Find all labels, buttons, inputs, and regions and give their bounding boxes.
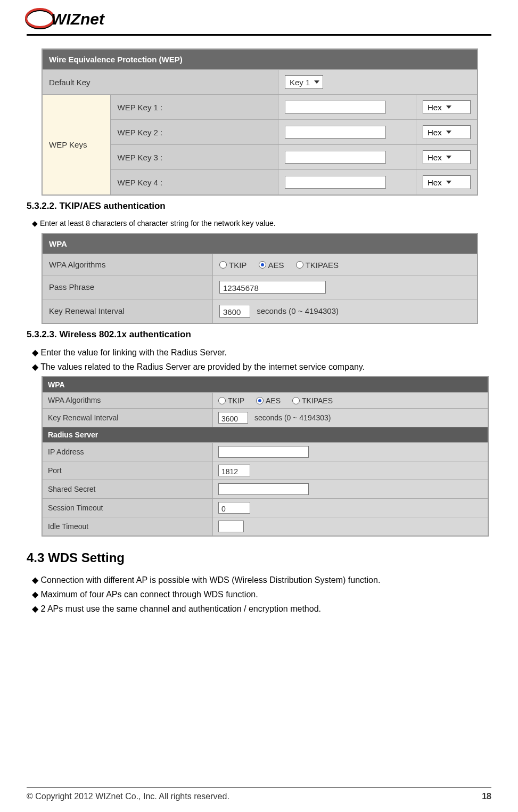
wepkey-4-label: WEP Key 4 : xyxy=(111,170,278,195)
radius-port-label: Port xyxy=(43,461,213,480)
svg-text:WIZnet: WIZnet xyxy=(51,10,105,28)
wpa1-pass-value: 12345678 xyxy=(223,283,259,293)
wpa1-title: WPA xyxy=(43,234,478,254)
radius-idle-label: Idle Timeout xyxy=(43,517,213,535)
heading-5322: 5.3.2.2. TKIP/AES authentication xyxy=(27,201,491,212)
radio-aes-label: AES xyxy=(268,261,284,270)
wpa1-algo-label: WPA Algorithms xyxy=(43,254,213,275)
wpa1-renewal-suffix: seconds (0 ~ 4194303) xyxy=(257,306,339,315)
radio2-tkip[interactable] xyxy=(218,397,226,404)
chevron-down-icon xyxy=(446,181,451,184)
default-key-label: Default Key xyxy=(43,70,278,95)
wpa2-algo-value: TKIP AES TKIPAES xyxy=(213,392,488,408)
wepkey-4-format-select[interactable]: Hex xyxy=(423,175,471,189)
radius-idle-input[interactable] xyxy=(218,521,244,532)
wepkey-4-format: Hex xyxy=(427,178,442,187)
wpa2-algo-label: WPA Algorithms xyxy=(43,392,213,408)
wepkey-2-label: WEP Key 2 : xyxy=(111,120,278,145)
default-key-value: Key 1 xyxy=(290,78,310,87)
bullet-43-2: ◆ Maximum of four APs can connect throug… xyxy=(32,589,491,599)
radius-title: Radius Server xyxy=(43,427,488,442)
footer-copyright: © Copyright 2012 WIZnet Co., Inc. All ri… xyxy=(27,792,229,801)
radio2-aes-label: AES xyxy=(266,396,281,405)
radius-session-input[interactable]: 0 xyxy=(218,502,250,514)
wpa1-pass-label: Pass Phrase xyxy=(43,275,213,299)
chevron-down-icon xyxy=(446,131,451,134)
radius-ip-label: IP Address xyxy=(43,442,213,461)
wepkey-1-format-select[interactable]: Hex xyxy=(423,100,471,114)
radius-session-value: 0 xyxy=(221,505,226,513)
wepkey-1-format: Hex xyxy=(427,103,442,112)
wpa1-renewal-label: Key Renewal Interval xyxy=(43,299,213,323)
bullet-43-3-text: 2 APs must use the same channel and auth… xyxy=(40,604,321,613)
wepkey-4-input[interactable] xyxy=(285,176,386,189)
wepkey-2-format-select[interactable]: Hex xyxy=(423,125,471,139)
bullet-5323-1: ◆ Enter the value for linking with the R… xyxy=(32,347,491,358)
default-key-select[interactable]: Key 1 xyxy=(285,75,323,89)
heading-5323: 5.3.2.3. Wireless 802.1x authentication xyxy=(27,329,491,340)
bullet-43-2-text: Maximum of four APs can connect through … xyxy=(40,590,258,599)
wep-screenshot: Wire Equivalence Protection (WEP) Defaul… xyxy=(42,48,478,196)
wpa2-renewal-label: Key Renewal Interval xyxy=(43,408,213,427)
bullet-5323-2: ◆ The values related to the Radius Serve… xyxy=(32,362,491,372)
chevron-down-icon xyxy=(446,105,451,109)
bullet-43-1-text: Connection with different AP is possible… xyxy=(40,575,380,584)
radio2-tkip-label: TKIP xyxy=(228,396,244,405)
radius-port-input[interactable]: 1812 xyxy=(218,465,250,476)
wpa2-renewal-value: 3600 xyxy=(221,415,238,423)
wepkey-3-format: Hex xyxy=(427,153,442,162)
chevron-down-icon xyxy=(446,156,451,159)
wpa1-algo-value: TKIP AES TKIPAES xyxy=(213,254,478,275)
heading-43: 4.3 WDS Setting xyxy=(27,550,491,565)
wpa1-renewal-value: 3600 xyxy=(223,307,241,316)
wep-title: Wire Equivalence Protection (WEP) xyxy=(43,50,478,70)
wpa2-renewal-input[interactable]: 3600 xyxy=(218,412,248,424)
bullet-43-1: ◆ Connection with different AP is possib… xyxy=(32,575,491,585)
radio-tkip-label: TKIP xyxy=(229,261,246,270)
page-number: 18 xyxy=(482,792,491,801)
radius-session-label: Session Timeout xyxy=(43,498,213,517)
wpa2-renewal-suffix: seconds (0 ~ 4194303) xyxy=(254,413,331,422)
wepkey-2-format: Hex xyxy=(427,128,442,137)
header-rule xyxy=(27,34,491,36)
wpa2-screenshot: WPA WPA Algorithms TKIP AES TKIPAES Key … xyxy=(42,376,489,537)
chevron-down-icon xyxy=(314,80,319,84)
wepkey-2-input[interactable] xyxy=(285,126,386,139)
wepkey-3-format-select[interactable]: Hex xyxy=(423,150,471,164)
wepkey-1-label: WEP Key 1 : xyxy=(111,95,278,120)
wepkey-3-label: WEP Key 3 : xyxy=(111,145,278,170)
radio-tkipaes-label: TKIPAES xyxy=(306,261,339,270)
radio2-tkipaes-label: TKIPAES xyxy=(302,396,333,405)
radio2-tkipaes[interactable] xyxy=(292,397,300,404)
radius-port-value: 1812 xyxy=(221,467,238,476)
radius-secret-label: Shared Secret xyxy=(43,480,213,498)
wepkey-3-input[interactable] xyxy=(285,151,386,164)
wepkeys-label: WEP Keys xyxy=(43,95,111,195)
radio-tkip[interactable] xyxy=(219,261,227,269)
svg-point-1 xyxy=(26,9,54,27)
wpa1-screenshot: WPA WPA Algorithms TKIP AES TKIPAES Pass… xyxy=(42,233,478,324)
wpa1-renewal-input[interactable]: 3600 xyxy=(219,305,250,318)
bullet-43-3: ◆ 2 APs must use the same channel and au… xyxy=(32,604,491,614)
radio-tkipaes[interactable] xyxy=(296,261,303,269)
brand-logo: WIZnet xyxy=(21,5,491,31)
bullet-5323-1-text: Enter the value for linking with the Rad… xyxy=(40,348,227,357)
radio-aes[interactable] xyxy=(259,261,266,269)
footer-rule xyxy=(27,787,491,787)
radio2-aes[interactable] xyxy=(256,397,264,404)
wpa2-title: WPA xyxy=(43,377,488,392)
radius-ip-input[interactable] xyxy=(218,446,309,458)
bullet-5322: ◆ Enter at least 8 characters of charact… xyxy=(32,219,491,228)
bullet-5322-text: Enter at least 8 characters of character… xyxy=(40,219,276,228)
radius-secret-input[interactable] xyxy=(218,483,309,495)
wpa1-pass-input[interactable]: 12345678 xyxy=(219,281,326,294)
bullet-5323-2-text: The values related to the Radius Server … xyxy=(40,362,365,371)
wepkey-1-input[interactable] xyxy=(285,101,386,113)
